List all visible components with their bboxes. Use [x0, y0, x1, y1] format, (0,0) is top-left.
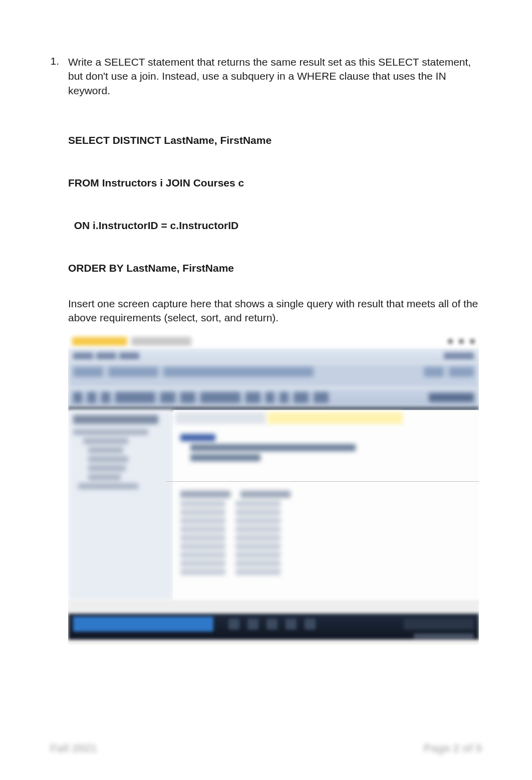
question-block: 1. Write a SELECT statement that returns…: [50, 55, 482, 98]
instruction-text: Insert one screen capture here that show…: [68, 297, 482, 325]
toolbar: [68, 388, 479, 407]
taskbar: [68, 614, 479, 640]
results-row: [180, 526, 472, 532]
footer-left: Fall 2021: [50, 742, 97, 755]
editor-body: [68, 410, 479, 601]
query-pane: [173, 410, 479, 601]
results-row: [180, 569, 472, 575]
object-explorer: [68, 410, 173, 601]
tab-inactive: [175, 412, 265, 424]
sql-code-block: SELECT DISTINCT LastName, FirstName FROM…: [68, 105, 482, 289]
code-line-4: ORDER BY LastName, FirstName: [68, 261, 482, 275]
results-row: [180, 552, 472, 558]
question-text: Write a SELECT statement that returns th…: [68, 55, 482, 98]
results-row: [180, 560, 472, 566]
menu-bar: [68, 349, 479, 363]
ribbon-bar: [68, 363, 479, 388]
page-footer: Fall 2021 Page 2 of 5: [50, 742, 482, 755]
taskbar-icons: [228, 619, 316, 630]
splitter: [166, 481, 479, 482]
results-row: [180, 509, 472, 515]
results-header: [180, 491, 472, 498]
window-buttons: [448, 339, 475, 344]
code-line-2: FROM Instructors i JOIN Courses c: [68, 176, 482, 190]
app-icon-region: [72, 337, 127, 346]
window-titlebar: [68, 334, 479, 349]
tab-bar: [173, 410, 479, 424]
results-row: [180, 518, 472, 524]
clock-region: [414, 634, 474, 639]
results-grid: [173, 487, 479, 581]
window-title-region: [131, 337, 191, 346]
screenshot-placeholder: [68, 334, 479, 645]
code-line-3: ON i.InstructorID = c.InstructorID: [68, 219, 482, 233]
tab-active: [268, 412, 403, 424]
status-bar: [68, 601, 479, 614]
question-number: 1.: [50, 55, 59, 98]
taskbar-active-app: [73, 617, 213, 632]
results-row: [180, 501, 472, 507]
query-editor: [173, 424, 479, 471]
code-line-1: SELECT DISTINCT LastName, FirstName: [68, 133, 482, 147]
results-row: [180, 543, 472, 549]
system-tray: [404, 619, 474, 630]
footer-right: Page 2 of 5: [424, 742, 482, 755]
results-row: [180, 535, 472, 541]
